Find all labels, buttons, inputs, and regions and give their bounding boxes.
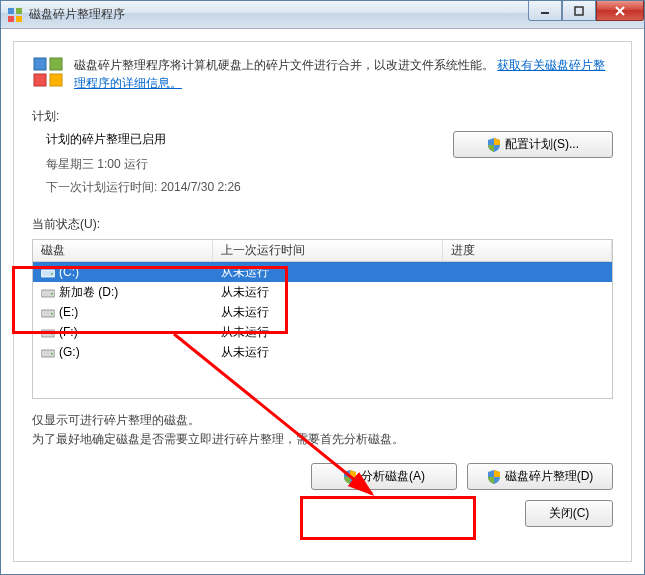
configure-schedule-label: 配置计划(S)... — [505, 136, 579, 153]
td-last-run: 从未运行 — [213, 264, 443, 281]
disk-table: 磁盘 上一次运行时间 进度 (C:)从未运行新加卷 (D:)从未运行(E:)从未… — [32, 239, 613, 399]
shield-icon — [487, 138, 501, 152]
td-disk: (G:) — [33, 345, 213, 359]
footer-text: 仅显示可进行碎片整理的磁盘。 为了最好地确定磁盘是否需要立即进行碎片整理，需要首… — [32, 411, 613, 449]
intro-description: 磁盘碎片整理程序将计算机硬盘上的碎片文件进行合并，以改进文件系统性能。 — [74, 58, 494, 72]
footer-line1: 仅显示可进行碎片整理的磁盘。 — [32, 411, 613, 430]
window-buttons — [528, 1, 644, 28]
intro-row: 磁盘碎片整理程序将计算机硬盘上的碎片文件进行合并，以改进文件系统性能。 获取有关… — [32, 56, 613, 92]
content-area: 磁盘碎片整理程序将计算机硬盘上的碎片文件进行合并，以改进文件系统性能。 获取有关… — [1, 29, 644, 574]
svg-rect-0 — [8, 8, 14, 14]
drive-icon — [41, 347, 55, 358]
drive-icon — [41, 327, 55, 338]
defrag-label: 磁盘碎片整理(D) — [505, 468, 594, 485]
drive-icon — [41, 307, 55, 318]
minimize-button[interactable] — [528, 1, 562, 21]
inner-panel: 磁盘碎片整理程序将计算机硬盘上的碎片文件进行合并，以改进文件系统性能。 获取有关… — [13, 41, 632, 562]
shield-icon — [343, 470, 357, 484]
th-progress[interactable]: 进度 — [443, 240, 612, 261]
svg-rect-9 — [50, 58, 62, 70]
minimize-icon — [540, 6, 550, 16]
table-row[interactable]: (C:)从未运行 — [33, 262, 612, 282]
close-icon — [614, 5, 626, 17]
svg-rect-21 — [51, 353, 53, 355]
th-disk[interactable]: 磁盘 — [33, 240, 213, 261]
table-row[interactable]: 新加卷 (D:)从未运行 — [33, 282, 612, 302]
svg-rect-11 — [50, 74, 62, 86]
disk-name: 新加卷 (D:) — [59, 284, 118, 301]
drive-icon — [41, 287, 55, 298]
table-row[interactable]: (E:)从未运行 — [33, 302, 612, 322]
svg-rect-13 — [51, 273, 53, 275]
defrag-button[interactable]: 磁盘碎片整理(D) — [467, 463, 613, 490]
svg-rect-2 — [8, 16, 14, 22]
td-last-run: 从未运行 — [213, 324, 443, 341]
footer-line2: 为了最好地确定磁盘是否需要立即进行碎片整理，需要首先分析磁盘。 — [32, 430, 613, 449]
td-last-run: 从未运行 — [213, 304, 443, 321]
td-disk: (F:) — [33, 325, 213, 339]
close-button[interactable] — [596, 1, 644, 21]
svg-rect-5 — [575, 7, 583, 15]
svg-rect-19 — [51, 333, 53, 335]
svg-rect-17 — [51, 313, 53, 315]
titlebar[interactable]: 磁盘碎片整理程序 — [1, 1, 644, 29]
shield-icon — [487, 470, 501, 484]
disk-name: (G:) — [59, 345, 80, 359]
table-row[interactable]: (G:)从未运行 — [33, 342, 612, 362]
schedule-line1: 每星期三 1:00 运行 — [46, 156, 241, 173]
td-disk: (E:) — [33, 305, 213, 319]
disk-name: (C:) — [59, 265, 79, 279]
schedule-text: 计划的碎片整理已启用 每星期三 1:00 运行 下一次计划运行时间: 2014/… — [32, 131, 241, 202]
schedule-heading: 计划的碎片整理已启用 — [46, 131, 241, 148]
close-window-button[interactable]: 关闭(C) — [525, 500, 613, 527]
schedule-line2: 下一次计划运行时间: 2014/7/30 2:26 — [46, 179, 241, 196]
td-disk: (C:) — [33, 265, 213, 279]
disk-name: (F:) — [59, 325, 78, 339]
app-icon-large — [32, 56, 64, 88]
svg-rect-8 — [34, 58, 46, 70]
td-disk: 新加卷 (D:) — [33, 284, 213, 301]
svg-rect-1 — [16, 8, 22, 14]
configure-schedule-button[interactable]: 配置计划(S)... — [453, 131, 613, 158]
svg-rect-3 — [16, 16, 22, 22]
svg-rect-10 — [34, 74, 46, 86]
svg-rect-15 — [51, 293, 53, 295]
app-icon-small — [7, 7, 23, 23]
disk-name: (E:) — [59, 305, 78, 319]
analyze-button[interactable]: 分析磁盘(A) — [311, 463, 457, 490]
close-row: 关闭(C) — [32, 500, 613, 527]
os-drive-icon — [41, 267, 55, 278]
close-label: 关闭(C) — [549, 505, 590, 522]
td-last-run: 从未运行 — [213, 344, 443, 361]
schedule-row: 计划的碎片整理已启用 每星期三 1:00 运行 下一次计划运行时间: 2014/… — [32, 131, 613, 202]
th-last-run[interactable]: 上一次运行时间 — [213, 240, 443, 261]
defrag-window: 磁盘碎片整理程序 磁盘碎片整理程序将计算 — [0, 0, 645, 575]
td-last-run: 从未运行 — [213, 284, 443, 301]
intro-text: 磁盘碎片整理程序将计算机硬盘上的碎片文件进行合并，以改进文件系统性能。 获取有关… — [74, 56, 613, 92]
table-body: (C:)从未运行新加卷 (D:)从未运行(E:)从未运行(F:)从未运行(G:)… — [33, 262, 612, 362]
action-button-row: 分析磁盘(A) 磁盘碎片整理(D) — [32, 463, 613, 490]
maximize-icon — [574, 6, 584, 16]
analyze-label: 分析磁盘(A) — [361, 468, 425, 485]
schedule-section-label: 计划: — [32, 108, 613, 125]
window-title: 磁盘碎片整理程序 — [29, 6, 528, 23]
maximize-button[interactable] — [562, 1, 596, 21]
status-section-label: 当前状态(U): — [32, 216, 613, 233]
table-header: 磁盘 上一次运行时间 进度 — [33, 240, 612, 262]
table-row[interactable]: (F:)从未运行 — [33, 322, 612, 342]
